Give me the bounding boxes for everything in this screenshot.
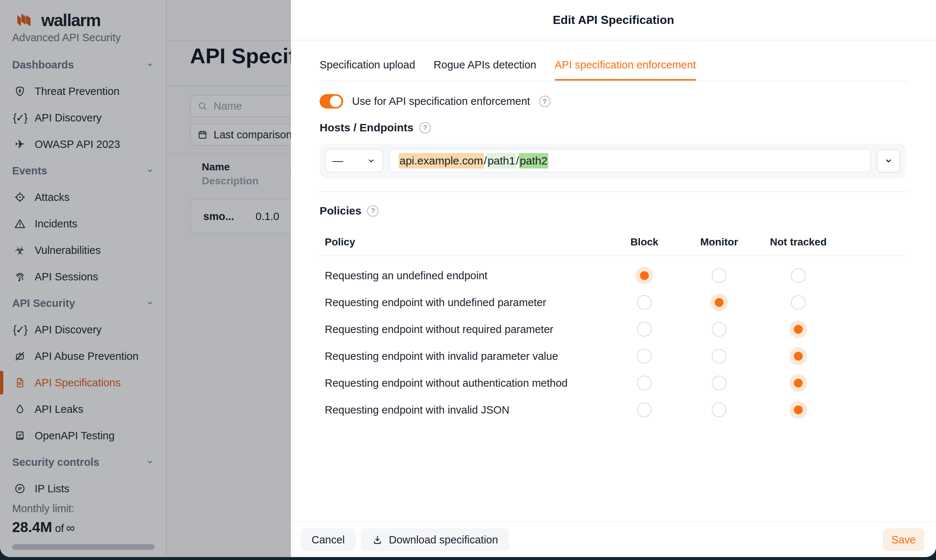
endpoint-editor: — api.example.com/path1/path2 (319, 143, 906, 178)
policy-radio-not-tracked[interactable] (791, 268, 806, 283)
policy-column-header: Policy (325, 236, 355, 248)
modal-backdrop[interactable] (0, 0, 291, 557)
drawer-title: Edit API Specification (553, 13, 674, 27)
hosts-endpoints-title: Hosts / Endpoints (319, 122, 413, 134)
policies-heading: Policies (319, 205, 379, 217)
endpoint-input[interactable]: api.example.com/path1/path2 (389, 149, 871, 172)
endpoint-separator: / (516, 155, 519, 167)
endpoint-host-token: api.example.com (399, 153, 484, 169)
endpoint-expand-button[interactable] (877, 149, 900, 172)
enforcement-toggle-label: Use for API specification enforcement (352, 95, 530, 108)
policy-radio-not-tracked[interactable] (790, 374, 807, 392)
help-icon[interactable] (419, 122, 431, 134)
policy-radio-block[interactable] (637, 295, 652, 310)
enforcement-toggle-row: Use for API specification enforcement (319, 94, 550, 109)
policy-radio-monitor[interactable] (712, 403, 726, 417)
policy-radio-monitor[interactable] (712, 376, 726, 391)
toggle-knob (330, 96, 341, 107)
drawer-tabs: Specification uploadRogue APIs detection… (319, 59, 696, 81)
enforcement-toggle[interactable] (319, 94, 343, 109)
policy-label: Requesting an undefined endpoint (325, 269, 487, 282)
policy-radio-not-tracked[interactable] (790, 401, 807, 419)
policy-radio-block[interactable] (637, 349, 652, 363)
method-select-value: — (333, 155, 343, 167)
divider (319, 81, 908, 81)
policy-label: Requesting endpoint without authenticati… (325, 377, 567, 389)
tab-specification-upload[interactable]: Specification upload (319, 59, 415, 81)
help-icon[interactable] (367, 205, 379, 217)
endpoint-separator: / (484, 155, 487, 167)
policy-radio-block[interactable] (637, 322, 652, 337)
app-window: wallarm Advanced API Security Dashboards… (0, 0, 936, 560)
save-button[interactable]: Save (883, 528, 924, 551)
policies-title: Policies (319, 205, 361, 217)
policy-row: Requesting an undefined endpoint (291, 262, 936, 289)
policy-label: Requesting endpoint without required par… (325, 323, 554, 335)
chevron-down-icon (884, 155, 894, 166)
policy-radio-monitor[interactable] (712, 349, 726, 363)
drawer-header: Edit API Specification (291, 0, 936, 40)
policy-row: Requesting endpoint with undefined param… (291, 289, 936, 316)
help-icon[interactable] (539, 96, 550, 107)
not-tracked-column-header: Not tracked (765, 236, 831, 248)
dimmed-app-area: wallarm Advanced API Security Dashboards… (0, 0, 291, 557)
method-select[interactable]: — (325, 149, 383, 172)
monitor-column-header: Monitor (693, 236, 745, 248)
download-label: Download specification (389, 534, 498, 546)
policy-row: Requesting endpoint without required par… (291, 316, 936, 343)
policy-radio-monitor[interactable] (712, 322, 726, 337)
policy-table-header: Policy Block Monitor Not tracked (291, 236, 936, 251)
endpoint-path1-token: path1 (487, 153, 516, 169)
policy-radio-monitor[interactable] (712, 268, 726, 283)
policy-radio-not-tracked[interactable] (790, 347, 807, 365)
policy-radio-monitor[interactable] (710, 294, 728, 311)
hosts-endpoints-heading: Hosts / Endpoints (319, 122, 431, 134)
chevron-down-icon (366, 156, 376, 166)
tab-api-specification-enforcement[interactable]: API specification enforcement (555, 59, 696, 81)
policy-radio-not-tracked[interactable] (790, 320, 807, 338)
divider (319, 191, 908, 192)
policy-rows: Requesting an undefined endpointRequesti… (291, 262, 936, 423)
cancel-button[interactable]: Cancel (301, 528, 356, 551)
endpoint-path2-token: path2 (519, 153, 548, 169)
policy-label: Requesting endpoint with invalid paramet… (325, 350, 558, 362)
divider (319, 255, 908, 256)
tab-rogue-apis-detection[interactable]: Rogue APIs detection (434, 59, 537, 81)
download-specification-button[interactable]: Download specification (361, 528, 509, 551)
drawer-footer: Cancel Download specification Save (291, 522, 936, 557)
policy-radio-block[interactable] (637, 403, 652, 417)
policy-label: Requesting endpoint with undefined param… (325, 296, 546, 308)
policy-row: Requesting endpoint without authenticati… (291, 369, 936, 396)
policy-radio-not-tracked[interactable] (791, 295, 806, 310)
download-icon (372, 534, 383, 545)
policy-label: Requesting endpoint with invalid JSON (325, 404, 509, 416)
policy-row: Requesting endpoint with invalid JSON (291, 396, 936, 423)
policy-radio-block[interactable] (635, 267, 653, 285)
edit-api-specification-drawer: Edit API Specification Specification upl… (291, 0, 936, 557)
policy-radio-block[interactable] (637, 376, 652, 391)
policy-row: Requesting endpoint with invalid paramet… (291, 343, 936, 369)
block-column-header: Block (622, 236, 666, 248)
